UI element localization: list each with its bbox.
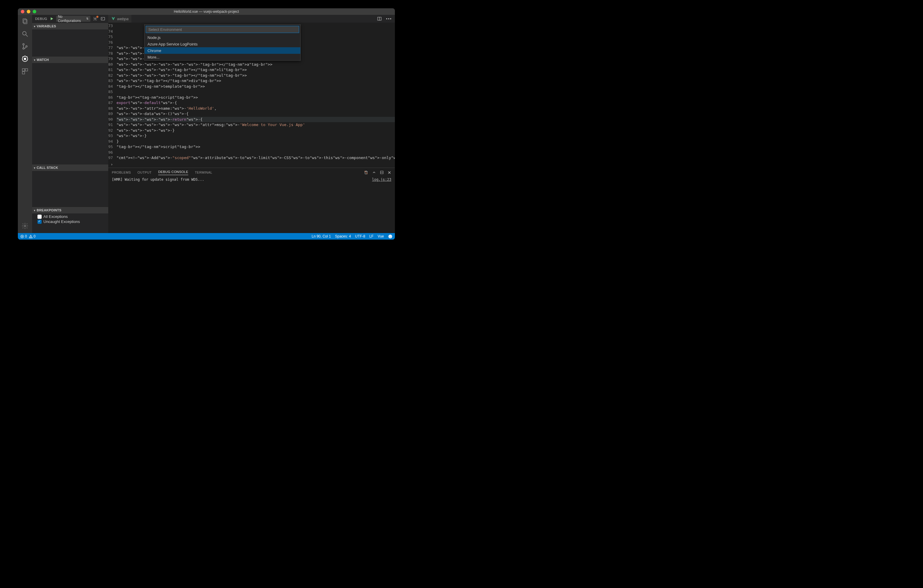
- svg-rect-14: [22, 72, 25, 74]
- status-encoding[interactable]: UTF-8: [355, 234, 365, 238]
- maximize-panel-icon[interactable]: [380, 170, 384, 174]
- breakpoint-all-exceptions[interactable]: All Exceptions: [32, 214, 108, 219]
- debug-config-label: No Configurations: [58, 15, 84, 23]
- start-debug-button[interactable]: [50, 16, 54, 21]
- variables-section-header[interactable]: VARIABLES: [32, 23, 108, 30]
- svg-line-3: [26, 35, 28, 36]
- status-language[interactable]: Vue: [378, 234, 384, 238]
- panel-tab-debug-console[interactable]: DEBUG CONSOLE: [158, 170, 188, 175]
- app-window: HelloWorld.vue — vuejs-webpack-project: [18, 8, 395, 240]
- close-window-button[interactable]: [21, 10, 25, 13]
- svg-rect-13: [25, 69, 28, 71]
- status-spaces[interactable]: Spaces: 4: [335, 234, 351, 238]
- svg-point-2: [23, 31, 26, 35]
- watch-section: [32, 63, 108, 164]
- panel-tab-problems[interactable]: PROBLEMS: [112, 171, 131, 174]
- status-cursor[interactable]: Ln 90, Col 1: [312, 234, 331, 238]
- minimize-window-button[interactable]: [27, 10, 30, 13]
- debug-console-toggle-icon[interactable]: [100, 16, 105, 21]
- quickpick-item[interactable]: Chrome: [145, 47, 301, 54]
- title-bar[interactable]: HelloWorld.vue — vuejs-webpack-project: [18, 8, 395, 15]
- svg-point-8: [24, 58, 26, 60]
- debug-header-label: DEBUG: [35, 17, 47, 21]
- chevron-right-icon[interactable]: ›: [111, 162, 112, 166]
- svg-rect-0: [23, 19, 26, 23]
- quickpick-item[interactable]: Azure App Service LogPoints: [145, 41, 301, 47]
- vue-file-icon: [111, 16, 115, 21]
- svg-point-31: [389, 236, 390, 237]
- svg-line-10: [23, 56, 23, 57]
- window-title: HelloWorld.vue — vuejs-webpack-project: [18, 10, 395, 14]
- status-errors[interactable]: 0: [20, 234, 27, 238]
- callstack-section-header[interactable]: CALL STACK: [32, 164, 108, 171]
- svg-point-6: [26, 46, 27, 47]
- breakpoints-section: All Exceptions Uncaught Exceptions: [32, 214, 108, 225]
- svg-point-29: [31, 237, 31, 238]
- settings-gear-icon[interactable]: [21, 222, 29, 230]
- panel-tab-terminal[interactable]: TERMINAL: [195, 171, 212, 174]
- quickpick-input[interactable]: [146, 26, 299, 33]
- watch-section-header[interactable]: WATCH: [32, 56, 108, 63]
- svg-point-30: [388, 235, 392, 238]
- more-actions-icon[interactable]: •••: [386, 16, 392, 21]
- log-source-link[interactable]: log.js:23: [372, 177, 391, 232]
- close-panel-icon[interactable]: [388, 171, 391, 174]
- clear-console-icon[interactable]: [364, 170, 368, 175]
- quickpick-list: Node.jsAzure App Service LogPointsChrome…: [145, 34, 301, 60]
- status-bar: 0 0 Ln 90, Col 1 Spaces: 4 UTF-8 LF Vue: [18, 233, 395, 240]
- source-control-icon[interactable]: [21, 42, 29, 51]
- status-eol[interactable]: LF: [370, 234, 373, 238]
- svg-rect-17: [101, 17, 105, 20]
- log-message: [HMR] Waiting for update signal from WDS…: [112, 177, 204, 232]
- panel-tab-output[interactable]: OUTPUT: [137, 171, 152, 174]
- svg-point-4: [23, 44, 25, 45]
- svg-rect-12: [22, 69, 25, 71]
- breakpoint-uncaught-exceptions[interactable]: Uncaught Exceptions: [32, 219, 108, 224]
- debug-sidebar: DEBUG No Configurations ⇅: [32, 15, 108, 233]
- editor-tab-webpack[interactable]: webpa: [108, 15, 132, 23]
- extensions-icon[interactable]: [21, 67, 29, 76]
- explorer-icon[interactable]: [21, 17, 29, 26]
- breakpoint-checkbox[interactable]: [38, 220, 42, 224]
- search-icon[interactable]: [21, 30, 29, 38]
- breakpoint-checkbox[interactable]: [38, 215, 42, 219]
- split-editor-icon[interactable]: [377, 16, 382, 21]
- quickpick-item[interactable]: Node.js: [145, 34, 301, 41]
- collapse-panel-icon[interactable]: [372, 170, 376, 174]
- activity-bar: [18, 15, 32, 233]
- editor-tabs: webpa •••: [108, 15, 395, 23]
- svg-point-32: [391, 236, 391, 237]
- status-feedback-icon[interactable]: [388, 234, 393, 239]
- variables-section: [32, 30, 108, 56]
- debug-toolbar: DEBUG No Configurations ⇅: [32, 15, 108, 23]
- line-number-gutter: 7374757677787980818283848586878889909192…: [108, 23, 117, 161]
- chevron-updown-icon: ⇅: [86, 17, 89, 20]
- svg-point-16: [95, 18, 96, 19]
- quickpick-dropdown: Node.jsAzure App Service LogPointsChrome…: [144, 25, 301, 61]
- panel-tabs: PROBLEMS OUTPUT DEBUG CONSOLE TERMINAL: [108, 168, 395, 177]
- svg-point-5: [23, 48, 25, 49]
- panel-resize-handle[interactable]: ›: [108, 161, 395, 168]
- configure-gear-icon[interactable]: [93, 16, 97, 21]
- status-warnings[interactable]: 0: [29, 234, 36, 238]
- debug-config-dropdown[interactable]: No Configurations ⇅: [56, 16, 90, 22]
- quickpick-item[interactable]: More...: [145, 54, 301, 60]
- breakpoints-section-header[interactable]: BREAKPOINTS: [32, 207, 108, 214]
- svg-line-11: [27, 56, 27, 57]
- callstack-section: [32, 171, 108, 207]
- bottom-panel: PROBLEMS OUTPUT DEBUG CONSOLE TERMINAL: [108, 168, 395, 233]
- svg-point-15: [24, 225, 26, 227]
- maximize-window-button[interactable]: [33, 10, 36, 13]
- debug-icon[interactable]: [21, 55, 29, 63]
- svg-rect-1: [24, 20, 27, 24]
- debug-console-output[interactable]: [HMR] Waiting for update signal from WDS…: [108, 177, 395, 233]
- window-controls: [18, 10, 36, 13]
